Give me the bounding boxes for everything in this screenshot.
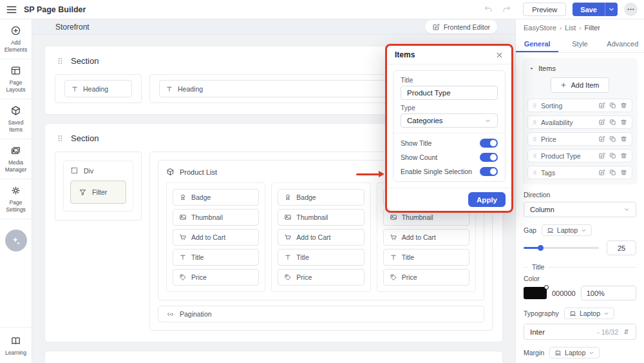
sidebar-item-learning[interactable]: Learning (0, 327, 32, 363)
apply-button[interactable]: Apply (468, 192, 506, 207)
thumbnail-element[interactable]: Thumbnail (173, 209, 259, 226)
filter-item-product-type[interactable]: Product Type (527, 149, 632, 162)
element-label: Heading (83, 85, 108, 93)
price-element[interactable]: Price (173, 269, 259, 286)
color-hex-value[interactable]: 000000 (552, 289, 576, 297)
delete-icon[interactable] (620, 169, 627, 176)
add-item-button[interactable]: Add Item (551, 77, 609, 93)
edit-icon[interactable] (598, 135, 605, 142)
title-color-row: 000000 100% (524, 286, 636, 300)
font-selector[interactable]: Inter - 16/32 (524, 324, 636, 340)
tab-style[interactable]: Style (558, 36, 601, 52)
sidebar-item-media-manager[interactable]: Media Manager (0, 139, 32, 179)
drag-handle-icon[interactable] (532, 170, 538, 175)
duplicate-icon[interactable] (609, 102, 616, 109)
slider-knob[interactable] (538, 245, 544, 251)
filter-item-tags[interactable]: Tags (527, 166, 632, 179)
breadcrumb-easystore[interactable]: EasyStore (524, 24, 556, 32)
drag-handle-icon[interactable] (56, 134, 64, 142)
drag-handle-icon[interactable] (532, 153, 538, 159)
gap-slider[interactable] (524, 247, 599, 249)
drag-handle-icon[interactable] (56, 57, 64, 65)
edit-icon[interactable] (598, 152, 605, 159)
sidebar-item-page-settings[interactable]: Page Settings (0, 179, 32, 219)
sort-arrows-icon[interactable] (623, 328, 630, 335)
drag-handle-icon[interactable] (532, 103, 538, 108)
delete-icon[interactable] (620, 152, 627, 159)
save-button[interactable]: Save (573, 3, 605, 16)
drag-handle-icon[interactable] (532, 119, 538, 125)
badge-element[interactable]: Badge (173, 189, 259, 206)
add-to-cart-element[interactable]: Add to Cart (383, 229, 469, 246)
items-group-header[interactable]: Items (527, 63, 632, 77)
direction-select[interactable]: Column (524, 202, 636, 217)
more-options-button[interactable] (624, 3, 638, 16)
item-actions (598, 152, 627, 159)
preview-button[interactable]: Preview (523, 3, 566, 16)
product-card[interactable]: Badge Thumbnail Add to Cart Title Price (271, 182, 370, 292)
filter-element[interactable]: Filter (70, 181, 126, 204)
pagination-element[interactable]: Pagination (158, 306, 484, 322)
laptop-icon (554, 349, 562, 357)
gap-value-input[interactable]: 25 (607, 240, 636, 255)
title-element[interactable]: Title (278, 249, 364, 266)
drag-handle-icon[interactable] (532, 136, 538, 142)
margin-device-selector[interactable]: Laptop (549, 347, 600, 358)
sidebar-item-label: Media Manager (1, 159, 30, 173)
breadcrumb-list[interactable]: List (565, 24, 576, 32)
edit-icon[interactable] (598, 169, 605, 176)
add-to-cart-element[interactable]: Add to Cart (173, 229, 259, 246)
column[interactable]: Heading (55, 74, 142, 103)
sidebar-item-saved-items[interactable]: Saved Items (0, 99, 32, 139)
typography-device-selector[interactable]: Laptop (564, 308, 614, 319)
filter-item-price[interactable]: Price (527, 132, 632, 146)
duplicate-icon[interactable] (609, 169, 616, 176)
type-field-select[interactable]: Categories (401, 113, 498, 128)
duplicate-icon[interactable] (609, 152, 616, 159)
undo-icon[interactable] (484, 5, 493, 14)
filter-item-sorting[interactable]: Sorting (527, 99, 632, 112)
enable-single-selection-toggle[interactable] (480, 167, 498, 176)
redo-icon[interactable] (502, 5, 511, 14)
hamburger-menu-icon[interactable] (6, 4, 17, 15)
section-block-3[interactable] (45, 351, 502, 363)
duplicate-icon[interactable] (609, 119, 616, 126)
title-field-input[interactable]: Product Type (401, 86, 498, 100)
item-label: Tags (541, 169, 595, 177)
sidebar-item-page-layouts[interactable]: Page Layouts (0, 59, 32, 99)
div-element[interactable]: Div Filter (63, 161, 133, 211)
modal-divider (393, 133, 505, 133)
product-card[interactable]: Badge Thumbnail Add to Cart Title Price (166, 182, 265, 292)
close-icon[interactable] (495, 51, 504, 59)
delete-icon[interactable] (620, 102, 627, 109)
tab-advanced[interactable]: Advanced (601, 36, 644, 52)
tab-general[interactable]: General (516, 36, 558, 52)
title-element[interactable]: Title (383, 249, 469, 266)
save-dropdown-button[interactable] (605, 3, 618, 16)
ai-assistant-button[interactable] (5, 230, 27, 251)
title-element[interactable]: Title (173, 249, 259, 266)
add-to-cart-element[interactable]: Add to Cart (278, 229, 364, 246)
heading-element[interactable]: Heading (64, 80, 132, 97)
price-element[interactable]: Price (383, 269, 469, 286)
badge-element[interactable]: Badge (278, 189, 364, 206)
show-count-toggle[interactable] (480, 153, 498, 162)
element-label: Title (402, 253, 414, 261)
edit-icon[interactable] (598, 119, 605, 126)
delete-icon[interactable] (620, 119, 627, 126)
item-label: Product Type (541, 152, 595, 160)
gap-device-selector[interactable]: Laptop (542, 224, 592, 236)
gap-slider-row: 25 (524, 240, 636, 255)
filter-item-availability[interactable]: Availability (527, 115, 632, 129)
column[interactable]: Div Filter (55, 152, 142, 221)
color-opacity-input[interactable]: 100% (581, 286, 636, 300)
sidebar-item-add-elements[interactable]: Add Elements (0, 19, 32, 59)
color-swatch[interactable] (524, 287, 547, 299)
duplicate-icon[interactable] (609, 135, 616, 142)
edit-icon[interactable] (598, 102, 605, 109)
price-element[interactable]: Price (278, 269, 364, 286)
delete-icon[interactable] (620, 135, 627, 142)
show-title-toggle[interactable] (480, 139, 498, 148)
frontend-editor-button[interactable]: Frontend Editor (425, 20, 497, 34)
thumbnail-element[interactable]: Thumbnail (278, 209, 364, 226)
